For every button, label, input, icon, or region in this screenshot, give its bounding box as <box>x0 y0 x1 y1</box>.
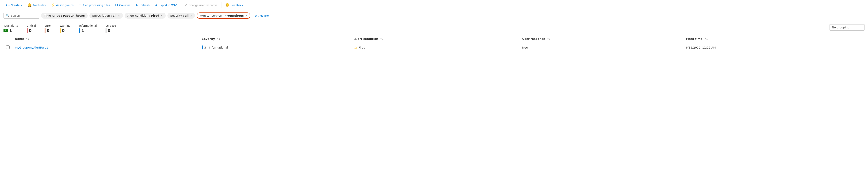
td-alert-condition: ⚠ Fired <box>352 43 520 52</box>
th-user-response-sort-icon: ↑↓ <box>547 38 551 40</box>
search-box: 🔍 <box>3 13 39 19</box>
row-checkbox[interactable] <box>6 46 10 49</box>
th-actions <box>854 35 865 43</box>
alert-processing-rules-button[interactable]: ☰ Alert processing rules <box>76 2 112 8</box>
error-bar <box>44 28 45 33</box>
verbose-label: Verbose <box>105 24 116 27</box>
row-name-link[interactable]: myGroup/myAlertRule1 <box>15 46 48 49</box>
total-alerts-label: Total alerts <box>3 24 18 27</box>
th-name-sort-icon: ↑↓ <box>26 38 30 40</box>
warning-label: Warning <box>60 24 70 27</box>
stats-items: Total alerts ! 1 Critical 0 Error 0 Warn… <box>3 24 830 33</box>
create-button[interactable]: + + Create ⌄ <box>3 2 25 8</box>
feedback-label: Feedback <box>230 3 243 7</box>
grouping-dropdown[interactable]: No grouping ⌄ <box>830 24 865 31</box>
action-groups-icon: ⚡ <box>51 3 55 7</box>
th-alert-condition-sort-icon: ↑↓ <box>380 38 384 40</box>
th-fired-time[interactable]: Fired time ↑↓ <box>683 35 854 43</box>
th-severity-label: Severity <box>202 37 215 40</box>
export-icon: ⬇ <box>155 3 158 7</box>
th-alert-condition-label: Alert condition <box>354 37 378 40</box>
feedback-button[interactable]: 😊 Feedback <box>223 2 245 8</box>
warning-number: 0 <box>62 28 65 33</box>
th-name[interactable]: Name ↑↓ <box>12 35 199 43</box>
add-filter-label: Add filter <box>258 14 270 17</box>
refresh-button[interactable]: ↻ Refresh <box>133 2 152 8</box>
fired-warning-icon: ⚠ <box>354 46 357 49</box>
create-label: + Create <box>8 3 20 7</box>
action-groups-button[interactable]: ⚡ Action groups <box>49 2 76 8</box>
th-fired-time-label: Fired time <box>686 37 702 40</box>
th-alert-condition[interactable]: Alert condition ↑↓ <box>352 35 520 43</box>
chip-text-alert-condition: Alert condition : Fired <box>127 14 159 17</box>
warning-value: 0 <box>60 28 70 33</box>
checkmark-icon: ✓ <box>185 3 188 7</box>
search-input[interactable] <box>11 14 37 17</box>
action-groups-label: Action groups <box>56 3 74 7</box>
filter-chip-alert-condition[interactable]: Alert condition : Fired ✕ <box>125 13 166 19</box>
chip-remove-subscription[interactable]: ✕ <box>118 14 120 17</box>
stat-warning: Warning 0 <box>60 24 70 33</box>
add-filter-icon: ⊕ <box>255 14 257 17</box>
verbose-number: 0 <box>108 28 111 33</box>
alert-rules-label: Alert rules <box>33 3 46 7</box>
change-user-response-button[interactable]: ✓ Change user response <box>183 2 220 8</box>
verbose-value: 0 <box>105 28 116 33</box>
toolbar-separator <box>181 2 181 8</box>
critical-label: Critical <box>27 24 36 27</box>
th-name-label: Name <box>15 37 24 40</box>
severity-cell: 3 - Informational <box>202 46 349 50</box>
fired-time-text: 6/13/2022, 11:22 AM <box>686 46 716 49</box>
chip-text-subscription: Subscription : all <box>92 14 117 17</box>
th-severity-sort-icon: ↑↓ <box>217 38 221 40</box>
columns-icon: ⊟ <box>115 3 118 7</box>
critical-bar <box>27 28 28 33</box>
table-container: Name ↑↓ Severity ↑↓ Alert condition ↑↓ U… <box>0 35 868 52</box>
toolbar-separator-2 <box>221 2 221 8</box>
total-alerts-indicator: ! <box>3 29 8 32</box>
chip-remove-alert-condition[interactable]: ✕ <box>161 14 163 17</box>
stat-critical: Critical 0 <box>27 24 36 33</box>
informational-label: Informational <box>79 24 97 27</box>
stat-verbose: Verbose 0 <box>105 24 116 33</box>
total-alerts-number: 1 <box>9 28 12 33</box>
refresh-icon: ↻ <box>136 3 138 7</box>
td-fired-time: 6/13/2022, 11:22 AM <box>683 43 854 52</box>
informational-value: 1 <box>79 28 97 33</box>
td-name[interactable]: myGroup/myAlertRule1 <box>12 43 199 52</box>
th-user-response[interactable]: User response ↑↓ <box>520 35 683 43</box>
filter-chip-severity[interactable]: Severity : all ✕ <box>167 13 195 19</box>
error-label: Error <box>44 24 51 27</box>
th-user-response-label: User response <box>522 37 545 40</box>
refresh-label: Refresh <box>140 3 150 7</box>
verbose-bar <box>105 28 106 33</box>
th-checkbox <box>3 35 12 43</box>
alerts-table: Name ↑↓ Severity ↑↓ Alert condition ↑↓ U… <box>3 35 865 52</box>
informational-number: 1 <box>81 28 84 33</box>
user-response-text: New <box>522 46 528 49</box>
th-severity[interactable]: Severity ↑↓ <box>199 35 352 43</box>
informational-bar <box>79 28 80 33</box>
filter-chip-monitor-service[interactable]: Monitor service : Prometheus ✕ <box>197 12 250 19</box>
add-filter-button[interactable]: ⊕ Add filter <box>252 13 272 18</box>
chip-remove-monitor-service[interactable]: ✕ <box>245 14 247 17</box>
columns-button[interactable]: ⊟ Columns <box>113 2 132 8</box>
filter-chip-subscription[interactable]: Subscription : all ✕ <box>89 13 123 19</box>
alert-rules-button[interactable]: 🔔 Alert rules <box>25 2 48 8</box>
critical-number: 0 <box>29 28 32 33</box>
error-value: 0 <box>44 28 51 33</box>
stats-row: Total alerts ! 1 Critical 0 Error 0 Warn… <box>0 21 868 35</box>
severity-bar-icon <box>202 46 203 50</box>
grouping-label: No grouping <box>832 26 849 29</box>
chip-text-time-range: Time range : Past 24 hours <box>44 14 85 17</box>
severity-text: 3 - Informational <box>205 46 228 49</box>
critical-value: 0 <box>27 28 36 33</box>
chip-remove-severity[interactable]: ✕ <box>190 14 192 17</box>
th-fired-time-sort-icon: ↑↓ <box>704 38 708 40</box>
alert-processing-rules-label: Alert processing rules <box>83 3 110 7</box>
export-csv-button[interactable]: ⬇ Export to CSV <box>153 2 179 8</box>
row-more-button[interactable]: ··· <box>856 45 862 50</box>
filters-bar: 🔍 Time range : Past 24 hours Subscriptio… <box>0 10 868 21</box>
td-checkbox <box>3 43 12 52</box>
filter-chip-time-range[interactable]: Time range : Past 24 hours <box>41 13 88 19</box>
